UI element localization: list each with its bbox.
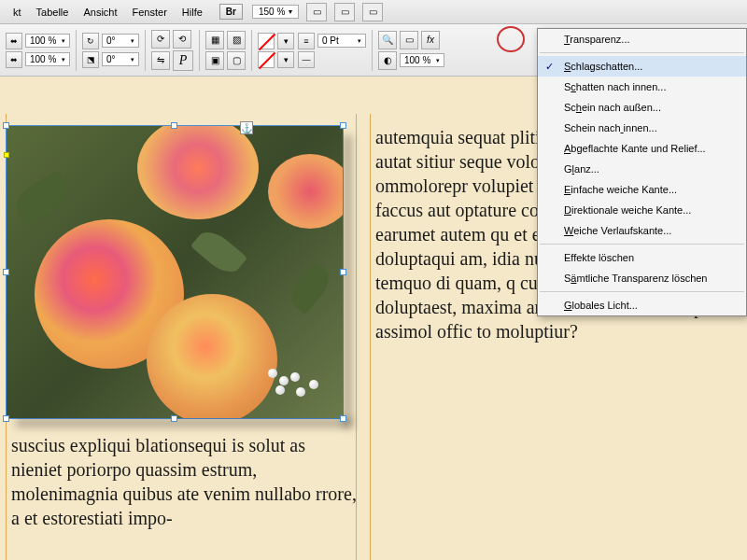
view-options-icon[interactable]: ▭ [306, 3, 327, 21]
dropdown-icon: ▾ [358, 37, 361, 45]
resize-handle[interactable] [3, 415, 9, 422]
check-icon: ✓ [545, 61, 554, 73]
rotate-icon[interactable]: ↻ [82, 33, 99, 49]
dropdown-icon: ▾ [62, 37, 65, 45]
menu-tabelle[interactable]: Tabelle [29, 3, 77, 21]
dropdown-icon: ▾ [131, 37, 134, 45]
opacity-input[interactable]: 100 %▾ [400, 53, 444, 67]
menubar: kt Tabelle Ansicht Fenster Hilfe Br 150 … [0, 0, 747, 24]
bridge-button[interactable]: Br [219, 4, 243, 20]
link-icon[interactable]: ⬌ [6, 51, 22, 68]
menu-separator [540, 52, 744, 53]
menu-item[interactable]: ✓Schlagschatten... [538, 56, 746, 77]
selected-image-frame[interactable]: ⚓ [6, 125, 344, 419]
menu-item[interactable]: Einfache weiche Kante... [538, 179, 746, 200]
drop-shadow [343, 135, 352, 427]
menu-item[interactable]: Weiche Verlaufskante... [538, 220, 746, 241]
resize-handle[interactable] [3, 269, 9, 275]
fit-content-icon[interactable]: ▢ [227, 51, 246, 70]
select-container-icon[interactable]: ▦ [205, 31, 224, 49]
menu-ansicht[interactable]: Ansicht [76, 3, 124, 21]
stroke-style-icon[interactable]: — [298, 51, 315, 68]
shear-icon[interactable]: ⬔ [82, 51, 99, 68]
screen-icon[interactable]: ▭ [400, 31, 418, 49]
menu-item[interactable]: Schatten nach innen... [538, 77, 746, 97]
roses-image [7, 126, 343, 418]
fit-frame-icon[interactable]: ▣ [205, 51, 224, 70]
flip-h-icon[interactable]: ⇋ [151, 51, 170, 70]
separator [199, 30, 200, 71]
live-corner-handle[interactable] [4, 152, 9, 158]
resize-handle[interactable] [171, 122, 177, 129]
menu-item[interactable]: Direktionale weiche Kante... [538, 200, 746, 220]
dropdown-icon[interactable]: ▾ [277, 51, 294, 68]
column-guide [370, 114, 371, 560]
resize-handle[interactable] [340, 122, 346, 129]
dropdown-icon: ▾ [436, 57, 440, 64]
dropdown-icon: ▾ [131, 56, 134, 63]
menu-objekt[interactable]: kt [6, 3, 29, 21]
rotate-cw-icon[interactable]: ⟳ [151, 30, 170, 49]
separator [76, 30, 77, 71]
menu-item[interactable]: Transparenz... [538, 29, 746, 49]
menu-item[interactable]: Schein nach innen... [538, 118, 746, 138]
opacity-icon: ◐ [378, 51, 397, 70]
zoom-value: 150 % [259, 7, 285, 17]
select-content-icon[interactable]: ▨ [227, 31, 246, 49]
screen-mode-icon[interactable]: ▭ [334, 3, 355, 21]
dropdown-icon[interactable]: ▾ [277, 33, 294, 49]
highlight-circle [497, 26, 525, 52]
menu-fenster[interactable]: Fenster [125, 3, 175, 21]
resize-handle[interactable] [340, 269, 346, 275]
menu-separator [540, 291, 744, 292]
paragraph-styles-icon[interactable]: P [173, 50, 193, 71]
drop-shadow [16, 418, 352, 427]
fx-button[interactable]: fx [421, 31, 440, 49]
rotation-input[interactable]: 0°▾ [102, 34, 139, 48]
menu-item[interactable]: Globales Licht... [538, 295, 746, 315]
separator [372, 30, 373, 71]
resize-handle[interactable] [340, 415, 346, 422]
zoom-level[interactable]: 150 % ▾ [252, 5, 299, 19]
dropdown-icon: ▾ [289, 7, 292, 16]
dropdown-icon: ▾ [62, 56, 65, 63]
menu-item[interactable]: Effekte löschen [538, 247, 746, 268]
scale-x-input[interactable]: 100 %▾ [25, 34, 70, 48]
zoom-icon[interactable]: 🔍 [378, 31, 397, 49]
menu-item[interactable]: Schein nach außen... [538, 97, 746, 118]
stroke-weight-input[interactable]: 0 Pt▾ [317, 34, 366, 48]
menu-item[interactable]: Abgeflachte Kante und Relief... [538, 138, 746, 159]
link-icon[interactable]: ⬌ [6, 33, 22, 49]
effects-context-menu: Transparenz...✓Schlagschatten...Schatten… [537, 28, 747, 316]
shear-input[interactable]: 0°▾ [102, 52, 139, 66]
stroke-weight-icon: ≡ [298, 33, 315, 49]
scale-y-input[interactable]: 100 %▾ [25, 52, 70, 66]
rotate-ccw-icon[interactable]: ⟲ [173, 30, 191, 49]
arrange-icon[interactable]: ▭ [362, 3, 383, 21]
separator [145, 30, 146, 71]
separator [251, 30, 252, 71]
body-text-col1: suscius expliqui blationsequi is solut a… [11, 433, 357, 530]
fill-swatch[interactable] [258, 33, 275, 49]
menu-separator [540, 244, 744, 245]
menu-hilfe[interactable]: Hilfe [175, 3, 210, 21]
stroke-swatch[interactable] [258, 51, 275, 68]
resize-handle[interactable] [171, 415, 177, 422]
menu-item[interactable]: Sämtliche Transparenz löschen [538, 268, 746, 288]
resize-handle[interactable] [3, 122, 9, 129]
anchor-icon[interactable]: ⚓ [240, 121, 253, 134]
menu-item[interactable]: Glanz... [538, 159, 746, 179]
